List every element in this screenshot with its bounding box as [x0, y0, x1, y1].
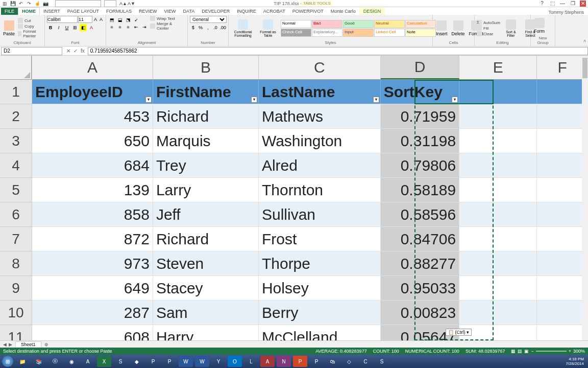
taskbar-snagit-icon[interactable]: S	[375, 356, 389, 367]
scroll-thumb[interactable]	[582, 58, 587, 78]
increase-indent-button[interactable]: ⇥	[141, 24, 148, 31]
zoom-out-button[interactable]: −	[531, 349, 533, 354]
row-header[interactable]: 3	[0, 129, 32, 153]
wrap-text-button[interactable]: Wrap Text	[150, 16, 185, 21]
taskbar-yammer-icon[interactable]: Y	[211, 356, 226, 367]
cell-employeeid[interactable]: 139	[32, 178, 153, 202]
cell-firstname[interactable]: Harry	[153, 325, 259, 340]
style-cell[interactable]: Check Cell	[281, 29, 311, 37]
copy-button[interactable]: Copy	[18, 24, 42, 29]
cell-lastname[interactable]: Thornton	[259, 178, 381, 202]
delete-cells-button[interactable]: Delete	[451, 19, 466, 37]
cell-sortkey[interactable]: 0.95033	[381, 276, 459, 300]
empty-cell[interactable]	[459, 178, 537, 202]
taskbar-lync-icon[interactable]: L	[244, 356, 258, 367]
col-header-d[interactable]: D	[381, 56, 459, 79]
style-cell[interactable]: Neutral	[374, 20, 405, 28]
touch-icon[interactable]: ☝	[35, 1, 40, 6]
cell-lastname[interactable]: Washington	[259, 129, 381, 153]
merge-center-button[interactable]: Merge & Center	[150, 21, 185, 31]
cell-lastname[interactable]: McClelland	[259, 325, 381, 340]
zoom-slider[interactable]	[536, 351, 567, 352]
page-break-view-icon[interactable]: ▣	[524, 349, 529, 354]
cell-employeeid[interactable]: 649	[32, 276, 153, 300]
decrease-decimal-button[interactable]: .00	[219, 24, 226, 31]
style-cell[interactable]: Calculation	[405, 20, 436, 28]
taskbar-word-icon[interactable]: W	[179, 356, 193, 367]
align-right-button[interactable]: ≡	[125, 24, 132, 31]
conditional-formatting-button[interactable]: Conditional Formatting	[231, 18, 255, 38]
cell-sortkey[interactable]: 0.88277	[381, 251, 459, 275]
insert-cells-button[interactable]: Insert	[435, 19, 449, 37]
cell-lastname[interactable]: Mathews	[259, 104, 381, 128]
row-header[interactable]: 8	[0, 251, 32, 276]
select-all-corner[interactable]	[0, 56, 32, 80]
header-sortkey[interactable]: SortKey▾	[381, 80, 459, 104]
tab-design[interactable]: DESIGN	[359, 7, 385, 15]
style-cell[interactable]: Explanatory...	[312, 29, 342, 37]
empty-cell[interactable]	[459, 129, 537, 153]
taskbar-word2-icon[interactable]: W	[195, 356, 209, 367]
header-lastname[interactable]: LastName▾	[259, 80, 381, 104]
row-header[interactable]: 6	[0, 202, 32, 227]
shrink-font-icon[interactable]: A▼	[128, 1, 133, 6]
close-button[interactable]: ✕	[580, 1, 586, 7]
style-cell[interactable]: Input	[343, 29, 374, 37]
minimize-button[interactable]: —	[559, 1, 566, 7]
empty-cell[interactable]	[537, 276, 588, 300]
row-header[interactable]: 7	[0, 227, 32, 251]
paste-button[interactable]: Paste	[2, 19, 16, 37]
taskbar-project2-icon[interactable]: P	[162, 356, 177, 367]
row-header[interactable]: 4	[0, 153, 32, 178]
empty-cell[interactable]	[537, 227, 588, 251]
cell-firstname[interactable]: Stacey	[153, 276, 259, 300]
tab-home[interactable]: HOME	[18, 7, 40, 15]
font-select[interactable]	[47, 16, 78, 23]
taskbar-chrome-icon[interactable]: ◉	[64, 356, 79, 367]
taskbar-acrobat-icon[interactable]: A	[81, 356, 95, 367]
taskbar-libraries-icon[interactable]: 📚	[32, 356, 46, 367]
cell-employeeid[interactable]: 608	[32, 325, 153, 340]
normal-view-icon[interactable]: ▦	[511, 349, 516, 354]
comma-button[interactable]: ,	[205, 24, 211, 31]
border-button[interactable]: ⊞	[71, 24, 79, 31]
cell-firstname[interactable]: Larry	[153, 178, 259, 202]
cell-sortkey[interactable]: 0.58189	[381, 178, 459, 202]
cell-lastname[interactable]: Berry	[259, 301, 381, 325]
taskbar-app-icon[interactable]: ◆	[130, 356, 144, 367]
cell-employeeid[interactable]: 858	[32, 202, 153, 226]
cancel-formula-icon[interactable]: ✕	[66, 48, 70, 54]
add-sheet-button[interactable]: ⊕	[41, 342, 52, 347]
cell-lastname[interactable]: Sullivan	[259, 202, 381, 226]
taskbar-app2-icon[interactable]: ◇	[342, 356, 356, 367]
qat-size-select[interactable]	[104, 0, 116, 7]
cut-button[interactable]: Cut	[18, 18, 42, 23]
filter-button-a[interactable]: ▾	[145, 97, 152, 103]
empty-cell[interactable]	[537, 251, 588, 275]
help-button[interactable]: ?	[539, 1, 545, 7]
cell-firstname[interactable]: Marquis	[153, 129, 259, 153]
cell-firstname[interactable]: Richard	[153, 227, 259, 251]
style-cell[interactable]: Good	[343, 20, 374, 28]
name-box[interactable]	[1, 47, 62, 55]
align-top-button[interactable]: ⬒	[108, 16, 115, 24]
spreadsheet-grid[interactable]: 1 234567891011 A B C D E F EmployeeID▾ F…	[0, 56, 588, 340]
taskbar-outlook-icon[interactable]: O	[228, 356, 242, 367]
header-employeeid[interactable]: EmployeeID▾	[32, 80, 153, 104]
clear-button[interactable]: Clear	[477, 31, 500, 36]
tab-file[interactable]: FILE	[1, 8, 18, 15]
row-header[interactable]: 11	[0, 325, 32, 340]
tab-montecarlo[interactable]: Monte Carlo	[327, 8, 359, 15]
sheet-tab-1[interactable]: Sheet1	[15, 341, 41, 347]
sort-filter-button[interactable]: Sort & Filter	[502, 18, 520, 38]
ribbon-display-options[interactable]: ⬚	[549, 1, 555, 7]
zoom-in-button[interactable]: +	[569, 349, 571, 354]
cell-lastname[interactable]: Frost	[259, 227, 381, 251]
taskbar-onenote-icon[interactable]: N	[277, 356, 291, 367]
cell-sortkey[interactable]: 0.71959	[381, 104, 459, 128]
cell-sortkey[interactable]: 0.00823	[381, 301, 459, 325]
fill-color-button[interactable]: ◧	[80, 24, 87, 31]
empty-cell[interactable]	[537, 178, 588, 202]
taskbar-publisher-icon[interactable]: P	[309, 356, 324, 367]
camera-icon[interactable]: 📷	[43, 1, 48, 6]
